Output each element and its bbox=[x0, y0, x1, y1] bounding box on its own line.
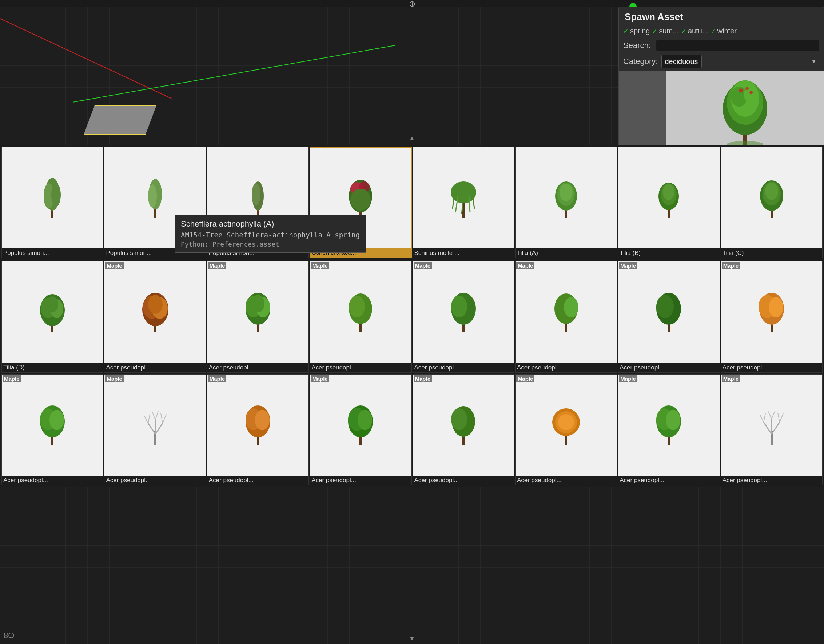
asset-item-acer-r3-1[interactable]: Maple Acer pseudopl... bbox=[2, 374, 103, 486]
asset-item-schinus[interactable]: Schinus molle ... bbox=[412, 147, 514, 258]
scroll-down-arrow[interactable]: ▼ bbox=[409, 635, 415, 642]
asset-grid-container: Populus simon... Populus simon... bbox=[0, 146, 824, 487]
maple-badge: Maple bbox=[722, 262, 740, 269]
asset-label: Populus simon... bbox=[2, 248, 103, 258]
svg-point-67 bbox=[564, 297, 578, 317]
filter-spring[interactable]: ✓ spring bbox=[623, 27, 650, 35]
filter-spring-label: spring bbox=[630, 27, 650, 35]
asset-item-acer-2[interactable]: Maple Acer pseudopl... bbox=[207, 261, 309, 373]
category-wrapper: deciduous coniferous shrubs palms ▼ bbox=[661, 55, 819, 68]
asset-label: Acer pseudopl... bbox=[515, 363, 616, 373]
asset-item-acer-3[interactable]: Maple Acer pseudopl... bbox=[310, 261, 412, 373]
check-autumn-icon: ✓ bbox=[681, 27, 687, 35]
asset-label: Acer pseudopl... bbox=[618, 475, 719, 485]
asset-label: Acer pseudopl... bbox=[2, 475, 103, 485]
svg-point-64 bbox=[451, 296, 467, 317]
asset-item-acer-6[interactable]: Maple Acer pseudopl... bbox=[618, 261, 719, 373]
asset-item-acer-r3-4[interactable]: Maple Acer pseudopl... bbox=[310, 374, 412, 486]
scroll-up-arrow[interactable]: ▲ bbox=[409, 135, 415, 142]
asset-label: Acer pseudopl... bbox=[208, 475, 309, 485]
filter-summer-label: sum... bbox=[659, 27, 678, 35]
maple-badge: Maple bbox=[105, 262, 124, 269]
preview-left-placeholder bbox=[619, 71, 666, 155]
tooltip-asset-id: AM154-Tree_Schefflera-actinophylla_A_spr… bbox=[181, 231, 360, 239]
asset-item-acer-1[interactable]: Maple Acer pseudopl... bbox=[104, 261, 206, 373]
svg-line-83 bbox=[145, 416, 148, 423]
asset-item-acer-7[interactable]: Maple Acer pseudopl... bbox=[721, 261, 822, 373]
left-number: 8O bbox=[4, 631, 14, 640]
asset-label: Acer pseudopl... bbox=[413, 475, 514, 485]
maple-badge: Maple bbox=[722, 375, 740, 382]
filter-autumn[interactable]: ✓ autu... bbox=[681, 27, 708, 35]
asset-item-img: Maple bbox=[413, 261, 514, 363]
asset-label: Tilia (D) bbox=[2, 363, 103, 373]
asset-item-img: Maple bbox=[310, 261, 411, 363]
svg-point-19 bbox=[252, 183, 260, 205]
svg-point-39 bbox=[663, 184, 675, 200]
maple-badge: Maple bbox=[516, 375, 535, 382]
asset-item-acer-r3-5[interactable]: Maple Acer pseudopl... bbox=[412, 374, 514, 486]
svg-line-86 bbox=[161, 414, 163, 423]
asset-label: Schinus molle ... bbox=[413, 248, 514, 258]
asset-item-img bbox=[413, 147, 514, 248]
svg-line-114 bbox=[779, 414, 783, 422]
asset-item-img: Maple bbox=[105, 261, 206, 363]
asset-item-img: Maple bbox=[208, 374, 309, 475]
asset-grid-row3: Maple Acer pseudopl... Maple bbox=[0, 374, 824, 487]
asset-label: Acer pseudopl... bbox=[105, 363, 206, 373]
crosshair-icon: ⊕ bbox=[409, 0, 415, 8]
svg-point-53 bbox=[148, 295, 163, 314]
asset-item-acer-r3-3[interactable]: Maple Acer pseudopl... bbox=[207, 374, 309, 486]
svg-line-112 bbox=[760, 415, 764, 422]
asset-item-img: Maple bbox=[618, 261, 719, 363]
search-input[interactable] bbox=[656, 40, 819, 51]
preview-main bbox=[666, 71, 824, 155]
asset-item-tilia-a[interactable]: Tilia (A) bbox=[515, 147, 617, 258]
svg-line-116 bbox=[768, 411, 772, 419]
asset-item-img: Maple bbox=[208, 261, 309, 363]
asset-item-tilia-b[interactable]: Tilia (B) bbox=[618, 147, 719, 258]
svg-point-35 bbox=[560, 184, 573, 201]
filter-autumn-label: autu... bbox=[688, 27, 708, 35]
asset-item-populus-1[interactable]: Populus simon... bbox=[2, 147, 103, 258]
asset-label: Tilia (C) bbox=[721, 248, 822, 258]
category-label: Category: bbox=[623, 57, 658, 66]
svg-line-85 bbox=[163, 414, 166, 423]
maple-badge: Maple bbox=[311, 375, 329, 382]
asset-item-acer-5[interactable]: Maple Acer pseudopl... bbox=[515, 261, 617, 373]
asset-item-acer-4[interactable]: Maple Acer pseudopl... bbox=[412, 261, 514, 373]
asset-item-img bbox=[721, 147, 822, 248]
spawn-panel-title: Spawn Asset bbox=[619, 7, 824, 26]
asset-label: Acer pseudopl... bbox=[310, 475, 411, 485]
maple-badge: Maple bbox=[414, 375, 432, 382]
svg-point-61 bbox=[349, 296, 365, 317]
svg-line-115 bbox=[778, 413, 779, 422]
asset-label: Acer pseudopl... bbox=[105, 475, 206, 485]
filter-summer[interactable]: ✓ sum... bbox=[652, 27, 678, 35]
asset-item-acer-r3-6[interactable]: Maple Acer pseudopl... bbox=[515, 374, 617, 486]
asset-item-acer-r3-8[interactable]: Maple Acer pseudopl... bbox=[721, 374, 822, 486]
asset-item-img bbox=[618, 147, 719, 248]
svg-point-70 bbox=[656, 295, 674, 318]
svg-line-80 bbox=[148, 423, 155, 434]
filter-winter[interactable]: ✓ winter bbox=[710, 27, 737, 35]
svg-point-24 bbox=[351, 189, 371, 210]
svg-line-84 bbox=[148, 414, 150, 423]
asset-item-tilia-d[interactable]: Tilia (D) bbox=[2, 261, 103, 373]
maple-badge: Maple bbox=[619, 262, 637, 269]
search-label: Search: bbox=[623, 41, 652, 50]
svg-point-96 bbox=[358, 410, 372, 430]
category-select[interactable]: deciduous coniferous shrubs palms bbox=[661, 55, 702, 68]
asset-item-tilia-c[interactable]: Tilia (C) bbox=[721, 147, 822, 258]
asset-label: Acer pseudopl... bbox=[721, 363, 822, 373]
asset-item-acer-r3-2[interactable]: Maple Acer pseudopl... bbox=[104, 374, 206, 486]
svg-line-109 bbox=[764, 422, 772, 434]
asset-item-img: Maple bbox=[618, 374, 719, 475]
svg-point-58 bbox=[251, 295, 264, 312]
category-row: Category: deciduous coniferous shrubs pa… bbox=[619, 54, 824, 71]
maple-badge: Maple bbox=[208, 262, 227, 269]
asset-item-acer-r3-7[interactable]: Maple Acer pseudopl... bbox=[618, 374, 719, 486]
svg-line-81 bbox=[155, 423, 163, 434]
svg-point-16 bbox=[148, 184, 157, 208]
search-row: Search: bbox=[619, 38, 824, 54]
